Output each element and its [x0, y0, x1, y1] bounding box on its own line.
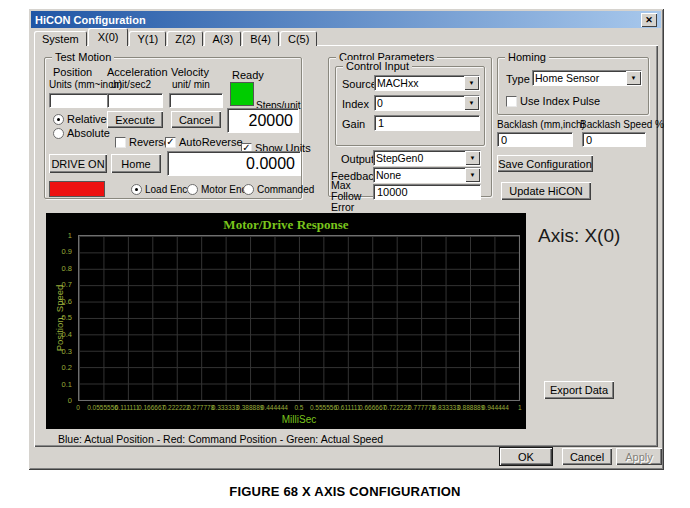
figure-caption: FIGURE 68 X AXIS CONFIGURATION — [0, 484, 690, 499]
execute-label: Execute — [115, 114, 155, 126]
load-enc-label: Load Enc — [145, 184, 187, 195]
commanded-radio[interactable] — [243, 184, 254, 195]
close-button[interactable]: ✕ — [641, 13, 657, 27]
axis-name-text: Axis: X(0) — [538, 225, 620, 247]
update-hicon-button[interactable]: Update HiCON — [501, 182, 591, 200]
reverse-option[interactable]: Reverse — [115, 136, 170, 148]
reverse-checkbox[interactable] — [115, 137, 126, 148]
x-axis-ticks: 00.05555560.1111110.1666670.2222220.2777… — [78, 404, 520, 411]
export-data-button[interactable]: Export Data — [544, 381, 614, 399]
load-enc-radio[interactable] — [131, 184, 142, 195]
velocity-units-label: unit/ min — [172, 79, 210, 90]
save-configuration-label: Save Configuration — [498, 158, 592, 170]
save-configuration-button[interactable]: Save Configuration — [497, 155, 593, 172]
relative-label: Relative — [67, 113, 107, 125]
feedback-dropdown[interactable]: None ▼ — [373, 167, 481, 183]
reverse-label: Reverse — [129, 136, 170, 148]
backlash-speed-label: Backlash Speed % — [580, 119, 664, 130]
homing-type-dropdown[interactable]: Home Sensor ▼ — [532, 70, 642, 86]
source-dropdown[interactable]: MACHxx ▼ — [374, 75, 480, 91]
acceleration-input[interactable] — [107, 93, 163, 108]
velocity-input[interactable] — [169, 93, 223, 108]
apply-button: Apply — [616, 448, 662, 465]
tab-a3[interactable]: A(3) — [204, 31, 241, 46]
output-label: Output — [341, 153, 374, 165]
commanded-option[interactable]: Commanded — [243, 184, 314, 195]
close-icon: ✕ — [645, 15, 653, 25]
motor-enc-option[interactable]: Motor Enc — [187, 184, 247, 195]
y-axis-ticks: 10.90.80.70.60.50.40.30.20.10 — [46, 235, 75, 401]
apply-label: Apply — [625, 451, 653, 463]
output-dropdown[interactable]: StepGen0 ▼ — [373, 150, 481, 166]
motor-enc-label: Motor Enc — [201, 184, 247, 195]
relative-radio[interactable] — [53, 114, 64, 125]
feedback-value: None — [374, 168, 465, 182]
tab-label: B(4) — [250, 33, 271, 45]
absolute-label: Absolute — [67, 127, 110, 139]
absolute-option[interactable]: Absolute — [53, 127, 110, 139]
autoreverse-option[interactable]: ✓ AutoReverse — [165, 136, 243, 148]
tab-system[interactable]: System — [34, 31, 87, 46]
position-input[interactable] — [49, 93, 109, 108]
relative-option[interactable]: Relative — [53, 113, 107, 125]
tab-z2[interactable]: Z(2) — [167, 31, 203, 46]
backlash-speed-input[interactable] — [582, 132, 646, 147]
use-index-pulse-option[interactable]: Use Index Pulse — [506, 95, 600, 107]
export-data-label: Export Data — [550, 384, 608, 396]
homing-title: Homing — [505, 51, 549, 63]
ok-button[interactable]: OK — [500, 448, 552, 465]
ok-label: OK — [518, 451, 534, 463]
index-dropdown[interactable]: 0 ▼ — [374, 95, 480, 111]
index-dropdown-button[interactable]: ▼ — [464, 96, 479, 110]
acceleration-units-label: unit/sec2 — [111, 79, 151, 90]
feedback-dropdown-button[interactable]: ▼ — [465, 168, 480, 182]
cancel-motion-label: Cancel — [179, 114, 213, 126]
max-follow-error-input[interactable] — [373, 184, 481, 200]
use-index-pulse-label: Use Index Pulse — [520, 95, 600, 107]
execute-button[interactable]: Execute — [107, 111, 163, 128]
tab-label: A(3) — [212, 33, 233, 45]
chart-legend: Blue: Actual Position - Red: Command Pos… — [58, 433, 383, 445]
tab-strip: System X(0) Y(1) Z(2) A(3) B(4) C(5) — [34, 28, 318, 46]
chevron-down-icon: ▼ — [631, 75, 637, 81]
ready-label: Ready — [232, 69, 264, 81]
titlebar[interactable]: HiCON Configuration ✕ — [31, 11, 661, 28]
commanded-label: Commanded — [257, 184, 314, 195]
autoreverse-checkbox[interactable]: ✓ — [165, 137, 176, 148]
home-button[interactable]: Home — [111, 154, 161, 173]
gain-input[interactable] — [374, 115, 480, 131]
tab-label: C(5) — [288, 33, 309, 45]
drive-on-button[interactable]: DRIVE ON — [49, 154, 107, 173]
cancel-motion-button[interactable]: Cancel — [171, 111, 221, 128]
cancel-button[interactable]: Cancel — [562, 448, 612, 465]
source-value: MACHxx — [375, 76, 464, 90]
steps-per-unit-display: 20000 — [227, 108, 299, 133]
check-icon: ✓ — [166, 138, 174, 146]
motor-enc-radio[interactable] — [187, 184, 198, 195]
velocity-label: Velocity — [171, 66, 209, 78]
output-dropdown-button[interactable]: ▼ — [465, 151, 480, 165]
ready-indicator — [230, 82, 254, 106]
homing-group: Homing Type Home Sensor ▼ Use Index Puls… — [497, 57, 649, 115]
backlash-input[interactable] — [497, 132, 573, 147]
tab-c5[interactable]: C(5) — [280, 31, 317, 46]
tab-label: Z(2) — [175, 33, 195, 45]
homing-type-label: Type — [506, 73, 530, 85]
home-label: Home — [121, 158, 150, 170]
chevron-down-icon: ▼ — [469, 80, 475, 86]
chevron-down-icon: ▼ — [470, 172, 476, 178]
index-value: 0 — [375, 96, 464, 110]
tab-b4[interactable]: B(4) — [242, 31, 279, 46]
homing-type-dropdown-button[interactable]: ▼ — [626, 71, 641, 85]
tab-page-x0: Test Motion Position Units (mm~inch) Acc… — [34, 45, 658, 447]
tab-y1[interactable]: Y(1) — [129, 31, 166, 46]
hicon-configuration-window: HiCON Configuration ✕ System X(0) Y(1) Z… — [28, 8, 664, 470]
gain-label: Gain — [342, 118, 365, 130]
load-enc-option[interactable]: Load Enc — [131, 184, 187, 195]
source-dropdown-button[interactable]: ▼ — [464, 76, 479, 90]
use-index-pulse-checkbox[interactable] — [506, 96, 517, 107]
control-input-group: Control Input Source MACHxx ▼ Index 0 ▼ … — [335, 66, 485, 146]
tab-label: Y(1) — [137, 33, 158, 45]
absolute-radio[interactable] — [53, 128, 64, 139]
tab-x0[interactable]: X(0) — [88, 28, 129, 46]
